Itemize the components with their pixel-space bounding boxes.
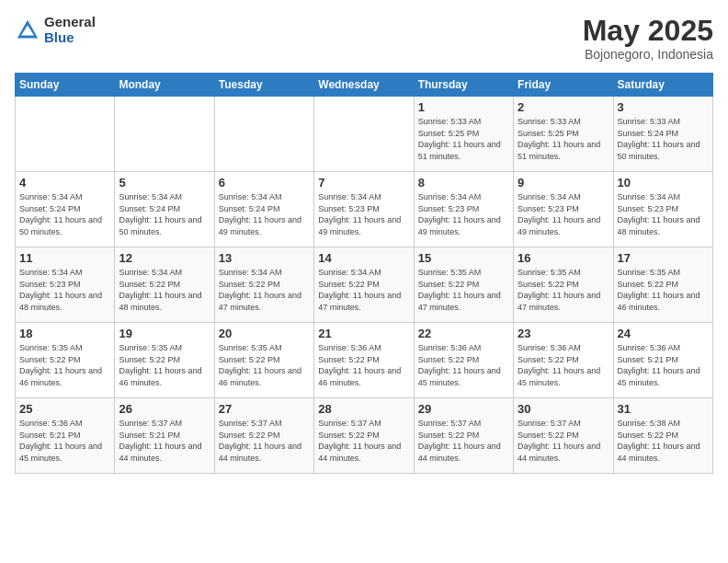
month-title: May 2025 — [583, 15, 713, 47]
day-info: Sunrise: 5:37 AM Sunset: 5:21 PM Dayligh… — [119, 418, 210, 464]
day-info: Sunrise: 5:37 AM Sunset: 5:22 PM Dayligh… — [418, 418, 509, 464]
day-number: 29 — [418, 402, 509, 416]
day-number: 5 — [119, 176, 210, 190]
calendar-cell: 14Sunrise: 5:34 AM Sunset: 5:22 PM Dayli… — [314, 247, 414, 323]
calendar-cell — [115, 97, 214, 172]
day-number: 24 — [618, 327, 709, 340]
col-header-sunday: Sunday — [16, 74, 115, 97]
calendar-cell — [314, 97, 414, 172]
col-header-saturday: Saturday — [613, 74, 712, 97]
day-number: 1 — [418, 100, 509, 114]
day-info: Sunrise: 5:36 AM Sunset: 5:22 PM Dayligh… — [518, 342, 609, 388]
calendar-cell: 18Sunrise: 5:35 AM Sunset: 5:22 PM Dayli… — [16, 323, 115, 398]
calendar-cell: 30Sunrise: 5:37 AM Sunset: 5:22 PM Dayli… — [514, 398, 613, 474]
calendar-cell: 1Sunrise: 5:33 AM Sunset: 5:25 PM Daylig… — [414, 97, 513, 172]
day-info: Sunrise: 5:34 AM Sunset: 5:24 PM Dayligh… — [19, 191, 110, 237]
calendar-cell: 12Sunrise: 5:34 AM Sunset: 5:22 PM Dayli… — [115, 247, 214, 323]
col-header-friday: Friday — [514, 74, 613, 97]
calendar-cell: 9Sunrise: 5:34 AM Sunset: 5:23 PM Daylig… — [514, 172, 613, 247]
calendar-cell: 26Sunrise: 5:37 AM Sunset: 5:21 PM Dayli… — [115, 398, 214, 474]
day-info: Sunrise: 5:34 AM Sunset: 5:23 PM Dayligh… — [19, 267, 110, 313]
day-info: Sunrise: 5:35 AM Sunset: 5:22 PM Dayligh… — [119, 342, 210, 388]
day-info: Sunrise: 5:34 AM Sunset: 5:22 PM Dayligh… — [119, 267, 210, 313]
calendar-table: SundayMondayTuesdayWednesdayThursdayFrid… — [15, 73, 713, 474]
day-info: Sunrise: 5:34 AM Sunset: 5:23 PM Dayligh… — [518, 191, 609, 237]
day-number: 8 — [418, 176, 509, 190]
calendar-header-row: SundayMondayTuesdayWednesdayThursdayFrid… — [16, 74, 713, 97]
day-number: 16 — [518, 251, 609, 265]
day-number: 17 — [618, 251, 709, 265]
day-number: 19 — [119, 327, 210, 340]
day-number: 4 — [19, 176, 110, 190]
col-header-wednesday: Wednesday — [314, 74, 414, 97]
calendar-cell: 24Sunrise: 5:36 AM Sunset: 5:21 PM Dayli… — [613, 323, 712, 398]
calendar-cell — [16, 97, 115, 172]
day-info: Sunrise: 5:38 AM Sunset: 5:22 PM Dayligh… — [618, 418, 709, 464]
calendar-cell: 19Sunrise: 5:35 AM Sunset: 5:22 PM Dayli… — [115, 323, 214, 398]
day-number: 12 — [119, 251, 210, 265]
day-number: 6 — [219, 176, 310, 190]
logo: General Blue — [15, 15, 96, 45]
calendar-cell: 2Sunrise: 5:33 AM Sunset: 5:25 PM Daylig… — [514, 97, 613, 172]
calendar-cell: 5Sunrise: 5:34 AM Sunset: 5:24 PM Daylig… — [115, 172, 214, 247]
day-info: Sunrise: 5:36 AM Sunset: 5:21 PM Dayligh… — [19, 418, 110, 464]
day-info: Sunrise: 5:37 AM Sunset: 5:22 PM Dayligh… — [518, 418, 609, 464]
calendar-cell: 22Sunrise: 5:36 AM Sunset: 5:22 PM Dayli… — [414, 323, 513, 398]
col-header-thursday: Thursday — [414, 74, 513, 97]
day-info: Sunrise: 5:35 AM Sunset: 5:22 PM Dayligh… — [418, 267, 509, 313]
day-number: 25 — [19, 402, 110, 416]
day-info: Sunrise: 5:35 AM Sunset: 5:22 PM Dayligh… — [19, 342, 110, 388]
day-info: Sunrise: 5:37 AM Sunset: 5:22 PM Dayligh… — [219, 418, 310, 464]
day-info: Sunrise: 5:34 AM Sunset: 5:23 PM Dayligh… — [318, 191, 409, 237]
day-number: 28 — [318, 402, 409, 416]
title-block: May 2025 Bojonegoro, Indonesia — [583, 15, 713, 62]
day-number: 14 — [318, 251, 409, 265]
day-info: Sunrise: 5:33 AM Sunset: 5:25 PM Dayligh… — [518, 116, 609, 162]
calendar-cell: 13Sunrise: 5:34 AM Sunset: 5:22 PM Dayli… — [214, 247, 313, 323]
day-info: Sunrise: 5:34 AM Sunset: 5:24 PM Dayligh… — [119, 191, 210, 237]
logo-blue: Blue — [44, 30, 96, 46]
day-number: 7 — [318, 176, 409, 190]
day-number: 31 — [618, 402, 709, 416]
calendar-cell: 3Sunrise: 5:33 AM Sunset: 5:24 PM Daylig… — [613, 97, 712, 172]
calendar-cell: 6Sunrise: 5:34 AM Sunset: 5:24 PM Daylig… — [214, 172, 313, 247]
day-info: Sunrise: 5:36 AM Sunset: 5:22 PM Dayligh… — [318, 342, 409, 388]
calendar-cell: 23Sunrise: 5:36 AM Sunset: 5:22 PM Dayli… — [514, 323, 613, 398]
calendar-cell: 31Sunrise: 5:38 AM Sunset: 5:22 PM Dayli… — [613, 398, 712, 474]
day-number: 13 — [219, 251, 310, 265]
calendar-cell: 7Sunrise: 5:34 AM Sunset: 5:23 PM Daylig… — [314, 172, 414, 247]
day-number: 20 — [219, 327, 310, 340]
location-subtitle: Bojonegoro, Indonesia — [583, 47, 713, 62]
calendar-week-row: 1Sunrise: 5:33 AM Sunset: 5:25 PM Daylig… — [16, 97, 713, 172]
day-number: 30 — [518, 402, 609, 416]
day-number: 22 — [418, 327, 509, 340]
day-info: Sunrise: 5:35 AM Sunset: 5:22 PM Dayligh… — [518, 267, 609, 313]
day-number: 15 — [418, 251, 509, 265]
calendar-cell: 21Sunrise: 5:36 AM Sunset: 5:22 PM Dayli… — [314, 323, 414, 398]
calendar-cell: 25Sunrise: 5:36 AM Sunset: 5:21 PM Dayli… — [16, 398, 115, 474]
calendar-week-row: 25Sunrise: 5:36 AM Sunset: 5:21 PM Dayli… — [16, 398, 713, 474]
calendar-cell — [214, 97, 313, 172]
calendar-cell: 20Sunrise: 5:35 AM Sunset: 5:22 PM Dayli… — [214, 323, 313, 398]
calendar-cell: 11Sunrise: 5:34 AM Sunset: 5:23 PM Dayli… — [16, 247, 115, 323]
col-header-monday: Monday — [115, 74, 214, 97]
day-info: Sunrise: 5:33 AM Sunset: 5:25 PM Dayligh… — [418, 116, 509, 162]
logo-text: General Blue — [44, 15, 96, 45]
day-info: Sunrise: 5:36 AM Sunset: 5:21 PM Dayligh… — [618, 342, 709, 388]
calendar-cell: 28Sunrise: 5:37 AM Sunset: 5:22 PM Dayli… — [314, 398, 414, 474]
calendar-week-row: 11Sunrise: 5:34 AM Sunset: 5:23 PM Dayli… — [16, 247, 713, 323]
day-number: 2 — [518, 100, 609, 114]
calendar-cell: 27Sunrise: 5:37 AM Sunset: 5:22 PM Dayli… — [214, 398, 313, 474]
day-info: Sunrise: 5:34 AM Sunset: 5:23 PM Dayligh… — [618, 191, 709, 237]
day-number: 26 — [119, 402, 210, 416]
day-number: 10 — [618, 176, 709, 190]
calendar-cell: 29Sunrise: 5:37 AM Sunset: 5:22 PM Dayli… — [414, 398, 513, 474]
day-info: Sunrise: 5:34 AM Sunset: 5:22 PM Dayligh… — [318, 267, 409, 313]
day-info: Sunrise: 5:34 AM Sunset: 5:23 PM Dayligh… — [418, 191, 509, 237]
day-number: 23 — [518, 327, 609, 340]
day-number: 27 — [219, 402, 310, 416]
logo-general: General — [44, 15, 96, 30]
day-info: Sunrise: 5:34 AM Sunset: 5:22 PM Dayligh… — [219, 267, 310, 313]
day-number: 3 — [618, 100, 709, 114]
day-info: Sunrise: 5:35 AM Sunset: 5:22 PM Dayligh… — [219, 342, 310, 388]
